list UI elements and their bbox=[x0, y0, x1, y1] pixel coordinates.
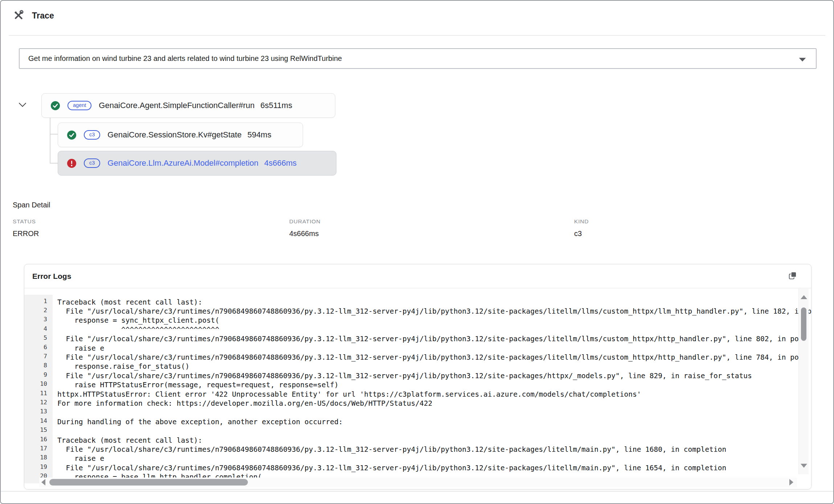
span-kind-badge: c3 bbox=[84, 158, 100, 168]
trace-span[interactable]: c3GenaiCore.Llm.AzureAi.Model#completion… bbox=[58, 151, 336, 175]
copy-icon bbox=[788, 271, 797, 281]
field-value: c3 bbox=[574, 230, 589, 238]
scroll-up-arrow-icon[interactable] bbox=[801, 295, 807, 299]
tree-collapse-chevron[interactable] bbox=[18, 102, 27, 109]
tree-connector bbox=[50, 118, 50, 164]
span-name: GenaiCore.SessionStore.Kv#getState bbox=[107, 130, 241, 140]
span-kind-badge: c3 bbox=[84, 130, 100, 140]
horizontal-scrollbar[interactable] bbox=[39, 478, 797, 487]
span-kind-badge: agent bbox=[68, 101, 91, 110]
copy-button[interactable] bbox=[788, 271, 797, 281]
success-icon bbox=[50, 101, 60, 111]
tree-connector bbox=[50, 163, 58, 164]
span-name: GenaiCore.Llm.AzureAi.Model#completion bbox=[107, 158, 258, 168]
field-label: DURATION bbox=[289, 218, 320, 225]
trace-page: Trace Get me information on wind turbine… bbox=[0, 0, 834, 504]
error-icon bbox=[67, 158, 77, 168]
tree-connector bbox=[50, 134, 58, 135]
scroll-left-arrow-icon[interactable] bbox=[41, 479, 45, 486]
page-title: Trace bbox=[32, 11, 54, 21]
trace-span[interactable]: c3GenaiCore.SessionStore.Kv#getState594m… bbox=[58, 123, 303, 147]
header-divider bbox=[9, 35, 825, 36]
error-logs-title: Error Logs bbox=[32, 272, 71, 281]
vertical-scrollbar-thumb[interactable] bbox=[801, 307, 806, 341]
field-label: STATUS bbox=[13, 218, 39, 225]
span-detail-field: KINDc3 bbox=[574, 218, 589, 238]
tools-icon bbox=[13, 9, 24, 22]
field-value: ERROR bbox=[13, 230, 39, 238]
chevron-down-icon bbox=[798, 57, 806, 63]
field-label: KIND bbox=[574, 218, 589, 225]
log-viewport: 1 2 3 4 5 6 7 8 9 10 11 12 13 14 15 16 1… bbox=[24, 289, 811, 489]
horizontal-scrollbar-thumb[interactable] bbox=[49, 479, 248, 486]
span-detail-title: Span Detail bbox=[13, 201, 50, 209]
span-duration: 594ms bbox=[248, 130, 271, 140]
span-duration: 6s511ms bbox=[261, 101, 293, 110]
bottom-divider bbox=[1, 491, 833, 492]
success-icon bbox=[67, 130, 77, 140]
vertical-scrollbar[interactable] bbox=[798, 289, 809, 474]
log-line-numbers: 1 2 3 4 5 6 7 8 9 10 11 12 13 14 15 16 1… bbox=[24, 295, 53, 483]
field-value: 4s666ms bbox=[289, 230, 320, 238]
scroll-down-arrow-icon[interactable] bbox=[801, 464, 807, 468]
log-code: Traceback (most recent call last): File … bbox=[53, 296, 811, 482]
span-detail-field: STATUSERROR bbox=[13, 218, 39, 238]
query-select-value: Get me information on wind turbine 23 an… bbox=[28, 54, 342, 63]
trace-span[interactable]: agentGenaiCore.Agent.SimpleFunctionCalle… bbox=[41, 93, 335, 118]
trace-header: Trace bbox=[13, 9, 54, 22]
query-select[interactable]: Get me information on wind turbine 23 an… bbox=[19, 48, 817, 69]
span-name: GenaiCore.Agent.SimpleFunctionCaller#run bbox=[99, 101, 254, 110]
span-detail-field: DURATION4s666ms bbox=[289, 218, 320, 238]
error-logs-panel: Error Logs 1 2 3 4 5 6 7 8 9 10 11 12 13… bbox=[24, 264, 811, 489]
scroll-right-arrow-icon[interactable] bbox=[789, 479, 793, 486]
error-logs-header: Error Logs bbox=[24, 264, 811, 288]
span-duration: 4s666ms bbox=[264, 158, 297, 168]
